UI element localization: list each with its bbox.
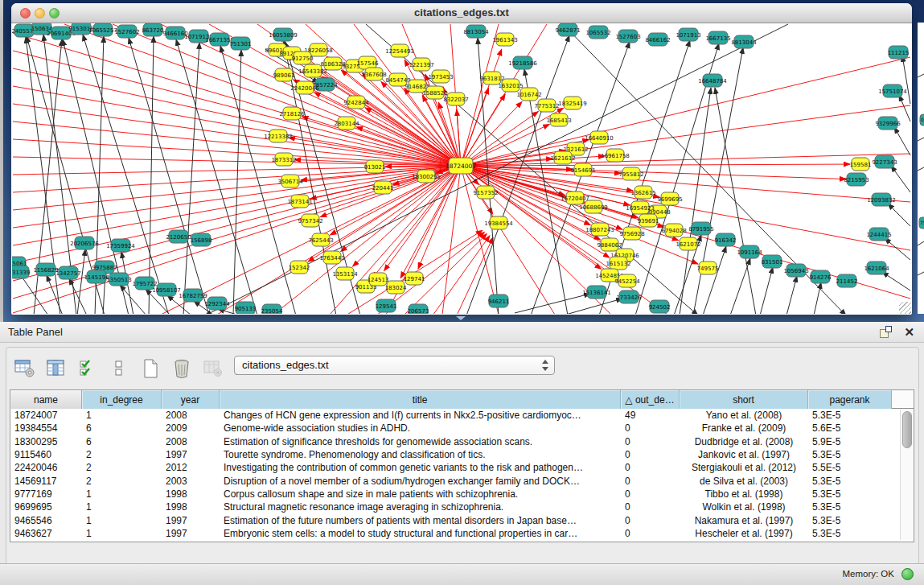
table-cell[interactable]: 2 — [82, 476, 162, 487]
frame-resize-grip[interactable] — [899, 302, 911, 314]
table-cell[interactable]: 1 — [82, 488, 162, 500]
table-cell[interactable]: 1997 — [162, 515, 220, 526]
table-cell[interactable]: 2 — [82, 449, 162, 460]
table-cell[interactable]: Estimation of the future numbers of pati… — [220, 515, 621, 526]
table-cell[interactable]: 5.3E-5 — [808, 449, 892, 460]
table-cell[interactable]: Changes of HCN gene expression and I(f) … — [220, 410, 621, 421]
column-header-out_de[interactable]: △ out_de… — [621, 390, 680, 409]
table-cell[interactable]: 2009 — [162, 422, 220, 434]
table-cell[interactable]: de Silva et al. (2003) — [680, 476, 808, 487]
table-cell[interactable]: 0 — [621, 501, 680, 513]
table-cell[interactable]: 2008 — [162, 436, 220, 447]
table-cell[interactable]: 0 — [621, 528, 680, 539]
table-cell[interactable]: Disruption of a novel member of a sodium… — [220, 476, 621, 487]
table-row[interactable]: 1456911722003Disruption of a novel membe… — [10, 474, 914, 487]
table-cell[interactable]: 18300295 — [10, 436, 82, 447]
memory-status-indicator[interactable] — [901, 568, 914, 580]
table-cell[interactable]: 1998 — [162, 501, 220, 513]
table-cell[interactable]: Investigating the contribution of common… — [220, 462, 621, 473]
select-all-icon[interactable] — [77, 358, 98, 379]
table-cell[interactable]: 9777169 — [10, 488, 82, 500]
table-cell[interactable]: 5.3E-5 — [808, 488, 892, 500]
table-cell[interactable]: Tibbo et al. (1998) — [680, 488, 808, 500]
table-cell[interactable]: 0 — [621, 515, 680, 526]
zoom-button[interactable] — [49, 8, 60, 19]
table-cell[interactable]: 0 — [621, 462, 680, 473]
table-select-combobox[interactable]: citations_edges.txt — [234, 356, 555, 375]
table-cell[interactable]: 6 — [82, 436, 162, 447]
vertical-scrollbar-thumb[interactable] — [902, 411, 912, 448]
table-cell[interactable]: 1 — [82, 515, 162, 526]
table-row[interactable]: 911546021997Tourette syndrome. Phenomeno… — [10, 448, 914, 461]
table-cell[interactable]: Embryonic stem cells: a model to study s… — [220, 528, 621, 539]
table-row[interactable]: 946554611997Estimation of the future num… — [10, 513, 914, 526]
table-cell[interactable]: Stergiakouli et al. (2012) — [680, 462, 808, 473]
table-cell[interactable]: Structural magnetic resonance image aver… — [220, 501, 621, 513]
table-cell[interactable]: 49 — [621, 410, 680, 421]
table-cell[interactable]: 6 — [82, 422, 162, 434]
table-cell[interactable]: 9463627 — [10, 528, 82, 539]
column-header-in_degree[interactable]: in_degree — [82, 390, 162, 409]
table-cell[interactable]: 5.3E-5 — [808, 410, 892, 421]
unselect-all-icon[interactable] — [109, 358, 129, 379]
table-row[interactable]: 977716911998Corpus callosum shape and si… — [10, 488, 914, 501]
table-cell[interactable]: 18724007 — [10, 410, 82, 421]
float-panel-icon[interactable] — [880, 326, 892, 338]
table-cell[interactable]: 14569117 — [10, 476, 82, 487]
close-button[interactable] — [20, 8, 31, 19]
close-panel-icon[interactable]: ✕ — [904, 324, 914, 340]
table-cell[interactable]: Franke et al. (2009) — [680, 422, 808, 434]
table-cell[interactable]: Jankovic et al. (1997) — [680, 449, 808, 460]
vertical-scrollbar[interactable] — [900, 410, 913, 540]
table-cell[interactable]: 1997 — [162, 528, 220, 539]
column-header-short[interactable]: short — [680, 390, 808, 409]
table-row[interactable]: 1872400712008Changes of HCN gene express… — [10, 409, 914, 422]
table-cell[interactable]: 0 — [621, 436, 680, 447]
table-cell[interactable]: Nakamura et al. (1997) — [680, 515, 808, 526]
table-cell[interactable]: 5.3E-5 — [808, 501, 892, 513]
column-header-name[interactable]: name — [10, 390, 82, 409]
table-row[interactable]: 1830029562008Estimation of significance … — [10, 435, 914, 448]
table-cell[interactable]: 5.5E-5 — [808, 462, 892, 473]
table-cell[interactable]: 1997 — [162, 449, 220, 460]
table-cell[interactable]: 9115460 — [10, 449, 82, 460]
table-cell[interactable]: 0 — [621, 488, 680, 500]
table-cell[interactable]: 2008 — [162, 410, 220, 421]
table-cell[interactable]: Corpus callosum shape and size in male p… — [220, 488, 621, 500]
table-cell[interactable]: Hescheler et al. (1997) — [680, 528, 808, 539]
table-row[interactable]: 946362711997Embryonic stem cells: a mode… — [10, 527, 914, 540]
table-mode-icon[interactable] — [14, 358, 35, 379]
table-cell[interactable]: 5.3E-5 — [808, 515, 892, 526]
column-header-year[interactable]: year — [162, 390, 220, 409]
table-cell[interactable]: 1 — [82, 528, 162, 539]
table-row[interactable]: 2242004622012Investigating the contribut… — [10, 461, 914, 474]
minimize-button[interactable] — [35, 8, 45, 19]
split-pane-handle[interactable] — [456, 316, 466, 320]
table-cell[interactable]: 5.9E-5 — [808, 436, 892, 447]
new-column-icon[interactable] — [140, 358, 161, 379]
table-cell[interactable]: 5.3E-5 — [808, 476, 892, 487]
table-cell[interactable]: Genome-wide association studies in ADHD. — [220, 422, 621, 434]
table-cell[interactable]: Dudbridge et al. (2008) — [680, 436, 808, 447]
table-cell[interactable]: Tourette syndrome. Phenomenology and cla… — [220, 449, 621, 460]
table-cell[interactable]: 22420046 — [10, 462, 82, 473]
table-cell[interactable]: Yano et al. (2008) — [680, 410, 808, 421]
table-cell[interactable]: Wolkin et al. (1998) — [680, 501, 808, 513]
table-cell[interactable]: 2003 — [162, 476, 220, 487]
table-cell[interactable]: 1998 — [162, 488, 220, 500]
table-row[interactable]: 969969511998Structural magnetic resonanc… — [10, 501, 914, 513]
delete-columns-trash-icon[interactable] — [171, 358, 192, 379]
table-cell[interactable]: 1 — [82, 501, 162, 513]
table-cell[interactable]: 5.6E-5 — [808, 422, 892, 434]
table-cell[interactable]: 9465546 — [10, 515, 82, 526]
column-header-pagerank[interactable]: pagerank — [808, 390, 892, 409]
table-cell[interactable]: 0 — [621, 422, 680, 434]
table-cell[interactable]: 0 — [621, 476, 680, 487]
network-canvas[interactable]: 2405572150634206914069153018106552571527… — [12, 23, 911, 314]
table-cell[interactable]: 9699695 — [10, 501, 82, 513]
table-cell[interactable]: 19384554 — [10, 422, 82, 434]
show-columns-icon[interactable] — [46, 358, 67, 379]
table-cell[interactable]: 5.3E-5 — [808, 528, 892, 539]
table-cell[interactable]: 2 — [82, 462, 162, 473]
column-header-title[interactable]: title — [220, 390, 621, 409]
